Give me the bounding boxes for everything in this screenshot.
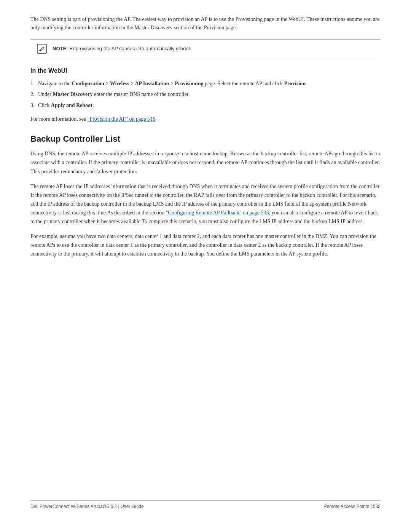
for-more-info: For more information, see "Provision the…: [30, 115, 381, 123]
backup-paragraph-3: For example, assume you have two data ce…: [30, 232, 381, 258]
step-3-text: Click Apply and Reboot.: [38, 102, 94, 108]
note-icon: [37, 43, 47, 54]
provision-link[interactable]: "Provision the AP" on page 516: [88, 116, 155, 122]
step-3: 3. Click Apply and Reboot.: [30, 101, 381, 110]
step-1-bold1: Configuration: [72, 81, 104, 86]
note-label: NOTE:: [53, 46, 68, 51]
note-box: NOTE: Reprovisioning the AP causes it to…: [30, 39, 381, 58]
step-1-text: Navigate to the Configuration > Wireless…: [38, 81, 307, 86]
step-1-num: 1.: [30, 80, 35, 88]
backup-paragraph-2: The remote AP loses the IP addresses inf…: [30, 182, 381, 226]
backup-paragraph-1: Using DNS, the remote AP receives multip…: [30, 149, 381, 176]
failback-link[interactable]: "Configuring Remote AP Failback" on page…: [166, 210, 269, 216]
step-1-bold2: Wireless: [110, 81, 129, 86]
step-1-bold5: Provision: [284, 81, 306, 86]
step-2: 2. Under Master Discovery enter the mast…: [30, 90, 381, 99]
for-more-info-suffix: .: [155, 116, 157, 122]
step-2-text: Under Master Discovery enter the master …: [38, 91, 190, 97]
content-area: The DNS setting is part of provisioning …: [30, 15, 381, 500]
step-2-num: 2.: [30, 90, 35, 99]
note-text: NOTE: Reprovisioning the AP causes it to…: [53, 46, 191, 51]
step-2-bold1: Master Discovery: [53, 91, 93, 97]
step-3-num: 3.: [30, 101, 35, 110]
step-1-bold4: Provisioning: [175, 81, 203, 86]
footer-right: Remote Access Points | 532: [323, 504, 381, 509]
webui-steps-list: 1. Navigate to the Configuration > Wirel…: [30, 80, 381, 110]
backup-section: Backup Controller List Using DNS, the re…: [30, 134, 381, 258]
webui-section: In the WebUI 1. Navigate to the Configur…: [30, 67, 381, 124]
footer-left: Dell PowerConnect W-Series ArubaOS 6.2 |…: [30, 504, 144, 509]
for-more-info-prefix: For more information, see: [30, 116, 88, 122]
step-1-bold3: AP Installation: [135, 81, 169, 86]
intro-paragraph: The DNS setting is part of provisioning …: [30, 15, 381, 32]
footer: Dell PowerConnect W-Series ArubaOS 6.2 |…: [30, 500, 381, 509]
step-3-bold1: Apply and Reboot: [51, 102, 92, 108]
step-1: 1. Navigate to the Configuration > Wirel…: [30, 80, 381, 88]
webui-heading: In the WebUI: [30, 67, 381, 74]
page-container: The DNS setting is part of provisioning …: [0, 0, 411, 532]
backup-section-title: Backup Controller List: [30, 134, 381, 144]
note-content: Reprovisioning the AP causes it to autom…: [69, 46, 191, 51]
